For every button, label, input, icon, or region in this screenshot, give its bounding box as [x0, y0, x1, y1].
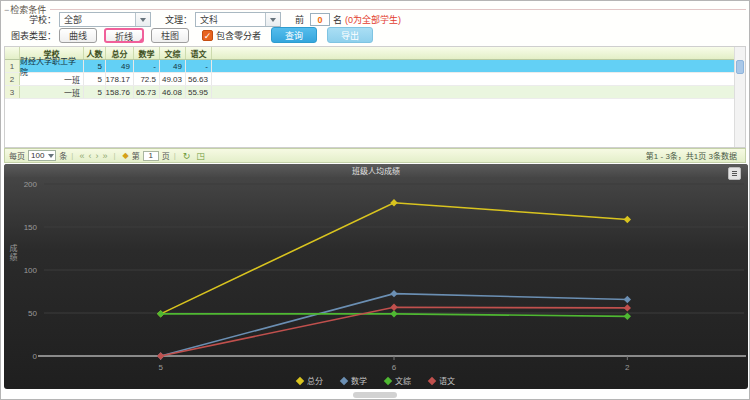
- cell-chinese: -: [186, 60, 212, 72]
- cell-math: -: [134, 60, 160, 72]
- chevron-down-icon: [46, 151, 55, 160]
- cell-count: 5: [84, 73, 106, 85]
- fullscreen-icon[interactable]: ◳: [196, 151, 205, 161]
- table-row[interactable]: 3 一班 5 158.76 65.73 46.08 55.95: [5, 86, 745, 99]
- top-n-hint: (0为全部学生): [345, 13, 401, 26]
- x-tick-label: 2: [625, 363, 630, 372]
- table-row[interactable]: 2 一班 5 178.17 72.5 49.03 56.63: [5, 73, 745, 86]
- cell-chinese: 56.63: [186, 73, 212, 85]
- row-number-header: [5, 47, 20, 59]
- legend-marker-icon: [296, 376, 304, 384]
- last-page-button[interactable]: »: [102, 151, 107, 161]
- legend-item-总分[interactable]: 总分: [297, 375, 323, 386]
- school-select[interactable]: 全部: [59, 12, 151, 27]
- track-label: 文理：: [165, 13, 192, 26]
- track-select[interactable]: 文科: [195, 12, 281, 27]
- include-zero-checkbox[interactable]: ✓: [202, 30, 213, 41]
- next-page-button[interactable]: ›: [95, 151, 98, 161]
- col-count[interactable]: 人数: [84, 47, 106, 59]
- col-chinese[interactable]: 语文: [186, 47, 212, 59]
- row-number: 1: [5, 60, 20, 72]
- cell-school: 财经大学职工学院: [20, 60, 84, 72]
- go-page-icon[interactable]: ◆: [123, 151, 129, 160]
- col-wenzong[interactable]: 文综: [160, 47, 186, 59]
- pager-divider: |: [174, 151, 176, 160]
- cell-school: 一班: [20, 73, 84, 85]
- filter-panel: − 检索条件 学校： 全部 文理： 文科 前 名 (0为全部学生) 图表类型： …: [1, 1, 749, 46]
- pager-divider: |: [113, 151, 115, 160]
- score-chart: 班级人均成绩 成绩 050100150200562 总分数学文综语文: [4, 164, 748, 389]
- legend-item-语文[interactable]: 语文: [429, 375, 455, 386]
- chart-type-bar-button[interactable]: 柱图: [151, 28, 189, 43]
- first-page-button[interactable]: «: [79, 151, 84, 161]
- chart-legend: 总分数学文综语文: [4, 375, 748, 386]
- legend-item-文综[interactable]: 文综: [385, 375, 411, 386]
- filter-row-1: 学校： 全部 文理： 文科 前 名 (0为全部学生): [29, 12, 401, 27]
- data-point-marker[interactable]: [157, 310, 164, 317]
- per-page-unit: 条: [59, 150, 67, 161]
- query-button[interactable]: 查询: [271, 27, 317, 43]
- cell-filler: [212, 86, 745, 98]
- y-tick-label: 0: [33, 352, 38, 361]
- cell-filler: [212, 73, 745, 85]
- x-tick-label: 5: [158, 363, 163, 372]
- chart-type-polyline-button[interactable]: 折线: [104, 28, 144, 43]
- cell-math: 65.73: [134, 86, 160, 98]
- table-scrollbar[interactable]: [734, 47, 745, 147]
- cell-filler: [212, 60, 745, 72]
- pager-bar: 每页 100 条 | « ‹ › » | ◆ 第 页 | ↻ ◳ 第1 - 3条…: [4, 148, 746, 163]
- data-point-marker[interactable]: [624, 304, 631, 311]
- scrollbar-thumb[interactable]: [736, 60, 744, 74]
- data-point-marker[interactable]: [157, 352, 164, 359]
- chart-type-curve-button[interactable]: 曲线: [59, 28, 97, 43]
- export-button[interactable]: 导出: [327, 27, 373, 43]
- per-page-label: 每页: [9, 150, 25, 161]
- page-number-input[interactable]: [143, 151, 159, 161]
- top-n-unit: 名: [333, 13, 342, 26]
- cell-count: 5: [84, 60, 106, 72]
- table-row[interactable]: 1 财经大学职工学院 5 49 - 49 -: [5, 60, 745, 73]
- school-select-value: 全部: [60, 13, 135, 26]
- track-select-value: 文科: [196, 13, 265, 26]
- data-point-marker[interactable]: [390, 199, 397, 206]
- legend-label: 数学: [351, 375, 367, 386]
- page-suffix: 页: [162, 150, 170, 161]
- table-header-row: 学校 人数 总分 数学 文综 语文: [5, 47, 745, 60]
- resize-handle[interactable]: [353, 392, 397, 398]
- cell-chinese: 55.95: [186, 86, 212, 98]
- score-table: 学校 人数 总分 数学 文综 语文 1 财经大学职工学院 5 49 - 49 -…: [4, 46, 746, 148]
- pager-divider: |: [71, 151, 73, 160]
- app-window: − 检索条件 学校： 全部 文理： 文科 前 名 (0为全部学生) 图表类型： …: [0, 0, 750, 400]
- collapse-icon[interactable]: −: [4, 5, 9, 15]
- col-total[interactable]: 总分: [106, 47, 134, 59]
- chart-plot: 050100150200562: [4, 177, 748, 377]
- data-point-marker[interactable]: [624, 216, 631, 223]
- data-point-marker[interactable]: [390, 310, 397, 317]
- cell-wenzong: 46.08: [160, 86, 186, 98]
- chart-type-label: 图表类型：: [11, 29, 56, 42]
- bottom-strip: [1, 389, 749, 400]
- legend-item-数学[interactable]: 数学: [341, 375, 367, 386]
- row-number: 3: [5, 86, 20, 98]
- data-point-marker[interactable]: [390, 290, 397, 297]
- per-page-value: 100: [29, 151, 46, 160]
- cell-total: 158.76: [106, 86, 134, 98]
- fieldset-divider: [50, 9, 746, 10]
- per-page-select[interactable]: 100: [28, 150, 56, 161]
- legend-label: 总分: [307, 375, 323, 386]
- refresh-icon[interactable]: ↻: [183, 151, 191, 161]
- col-math[interactable]: 数学: [134, 47, 160, 59]
- prev-page-button[interactable]: ‹: [88, 151, 91, 161]
- page-prefix: 第: [132, 150, 140, 161]
- legend-marker-icon: [428, 376, 436, 384]
- x-tick-label: 6: [392, 363, 397, 372]
- data-point-marker[interactable]: [624, 313, 631, 320]
- cell-math: 72.5: [134, 73, 160, 85]
- cell-total: 178.17: [106, 73, 134, 85]
- y-tick-label: 100: [24, 266, 38, 275]
- data-point-marker[interactable]: [624, 296, 631, 303]
- chevron-down-icon: [265, 13, 280, 26]
- row-number: 2: [5, 73, 20, 85]
- data-point-marker[interactable]: [390, 304, 397, 311]
- top-n-input[interactable]: [310, 13, 330, 26]
